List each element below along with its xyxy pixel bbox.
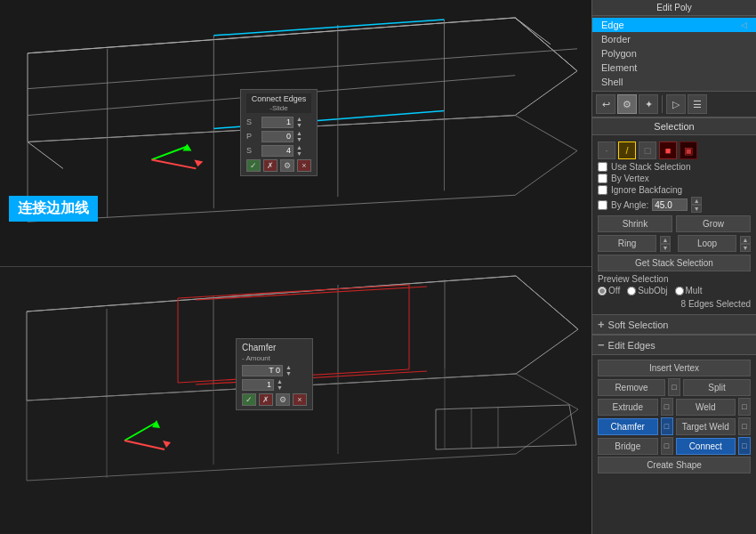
radio-off-label[interactable]: Off	[598, 286, 620, 295]
loop-button[interactable]: Loop	[678, 235, 736, 252]
menu-list: Edge ◁ Border Polygon Element Shell	[592, 16, 756, 92]
edit-edges-content: Insert Vertex Remove □ Split Extrude □ W…	[592, 355, 756, 478]
menu-item-shell[interactable]: Shell	[592, 75, 756, 89]
chamfer-amount-spinner[interactable]: ▲ ▼	[286, 364, 292, 376]
menu-label-border: Border	[601, 34, 631, 44]
by-angle-checkbox[interactable]	[598, 200, 607, 210]
ignore-backfacing-row: Ignore Backfacing	[598, 185, 751, 195]
connect-slide-input[interactable]	[261, 145, 294, 157]
popup-cancel-button[interactable]: ✗	[263, 159, 277, 172]
connect-segments-input[interactable]	[261, 117, 294, 128]
ignore-backfacing-label: Ignore Backfacing	[611, 185, 682, 195]
radio-subobj-label[interactable]: SubObj	[627, 286, 667, 295]
connect-pinch-spinner[interactable]: ▲ ▼	[296, 130, 302, 142]
toolbar-icon-rotate[interactable]: ⚙	[617, 94, 637, 114]
toolbar-icon-menu[interactable]: ☰	[688, 94, 707, 114]
popup-extra-button[interactable]: ⚙	[280, 159, 294, 172]
edit-edges-title: Edit Edges	[608, 340, 655, 351]
grow-button[interactable]: Grow	[676, 215, 751, 232]
chamfer-amount-input[interactable]	[242, 365, 283, 376]
use-stack-row: Use Stack Selection	[598, 162, 751, 172]
edit-edges-collapse-icon: −	[598, 338, 605, 352]
chamfer-input2[interactable]	[242, 379, 274, 391]
radio-mult-label[interactable]: Mult	[675, 286, 703, 295]
ring-button[interactable]: Ring	[598, 235, 656, 252]
chamfer-close-button[interactable]: ×	[293, 393, 307, 406]
popup-chamfer-row2: ▲ ▼	[242, 378, 307, 391]
angle-spinner[interactable]: ▲ ▼	[691, 197, 702, 213]
target-weld-sq-button[interactable]: □	[738, 417, 751, 435]
selection-icons-row: · / □ ■ ▣	[598, 142, 751, 159]
chamfer-spinner2[interactable]: ▲ ▼	[277, 378, 283, 391]
menu-label-shell: Shell	[601, 77, 623, 87]
edit-edges-header[interactable]: − Edit Edges	[592, 335, 756, 355]
toolbar-separator	[662, 95, 663, 113]
popup-top-title: Connect Edges -Slide	[246, 93, 311, 113]
connect-button[interactable]: Connect	[676, 438, 736, 455]
popup-connect-edges: Connect Edges -Slide S ▲ ▼ P ▲	[240, 89, 318, 176]
preview-label: Preview Selection	[598, 274, 751, 284]
extrude-button[interactable]: Extrude	[598, 399, 658, 416]
weld-button[interactable]: Weld	[676, 399, 736, 416]
shrink-grow-row: Shrink Grow	[598, 215, 751, 232]
sel-icon-edge[interactable]: /	[618, 142, 636, 159]
connect-pinch-input[interactable]	[261, 131, 294, 142]
remove-sq-button[interactable]: □	[668, 378, 680, 396]
weld-sq-button[interactable]: □	[738, 398, 751, 416]
connect-slide-spinner[interactable]: ▲ ▼	[296, 144, 302, 157]
insert-vertex-button[interactable]: Insert Vertex	[598, 360, 751, 376]
bridge-button[interactable]: Bridge	[598, 438, 658, 455]
viewport: WWW.3DXY.COM www.missyuan.com	[0, 0, 591, 534]
toolbar-icon-move[interactable]: ↩	[596, 94, 615, 114]
bridge-sq-button[interactable]: □	[661, 437, 673, 455]
target-weld-button[interactable]: Target Weld	[676, 418, 736, 435]
popup-ok-button[interactable]: ✓	[246, 159, 261, 172]
radio-subobj[interactable]	[627, 287, 636, 295]
loop-spinner[interactable]: ▲ ▼	[740, 236, 751, 252]
menu-label-edge: Edge	[601, 20, 624, 30]
menu-item-border[interactable]: Border	[592, 32, 756, 46]
toolbar-icon-play[interactable]: ▷	[666, 94, 686, 114]
connect-segments-spinner[interactable]: ▲ ▼	[296, 116, 302, 128]
menu-item-polygon[interactable]: Polygon	[592, 46, 756, 61]
by-angle-row: By Angle: ▲ ▼	[598, 197, 751, 213]
popup-close-button[interactable]: ×	[297, 159, 311, 172]
section-header-selection[interactable]: Selection	[592, 117, 756, 135]
menu-label-element: Element	[601, 62, 637, 73]
shrink-button[interactable]: Shrink	[598, 215, 672, 232]
chamfer-button[interactable]: Chamfer	[598, 418, 658, 435]
remove-split-row: Remove □ Split	[598, 378, 751, 396]
soft-selection-title: Soft Selection	[608, 320, 669, 330]
sel-icon-border[interactable]: □	[639, 142, 656, 159]
remove-button[interactable]: Remove	[598, 379, 665, 396]
menu-item-element[interactable]: Element	[592, 61, 756, 75]
create-shape-button[interactable]: Create Shape	[598, 457, 751, 473]
chamfer-ok-button[interactable]: ✓	[242, 393, 256, 406]
panel-header: Edit Poly	[592, 0, 756, 16]
connect-sq-button[interactable]: □	[738, 437, 751, 455]
sel-icon-polygon[interactable]: ■	[659, 142, 677, 159]
radio-mult[interactable]	[675, 287, 684, 295]
popup-chamfer: Chamfer - Amount ▲ ▼ ▲ ▼	[236, 338, 313, 410]
radio-off[interactable]	[598, 287, 607, 295]
menu-item-edge[interactable]: Edge ◁	[592, 18, 756, 32]
toolbar-icon-scale[interactable]: ✦	[639, 94, 658, 114]
by-vertex-checkbox[interactable]	[598, 174, 607, 183]
split-button[interactable]: Split	[683, 379, 751, 396]
chamfer-extra-button[interactable]: ⚙	[276, 393, 290, 406]
by-angle-input[interactable]	[652, 198, 688, 211]
sel-icon-vertex[interactable]: ·	[598, 142, 615, 159]
chamfer-cancel-button[interactable]: ✗	[259, 393, 273, 406]
soft-selection-header[interactable]: + Soft Selection	[592, 314, 756, 335]
sel-icon-element[interactable]: ▣	[680, 142, 697, 159]
right-panel: Edit Poly Edge ◁ Border Polygon Element …	[591, 0, 756, 534]
preview-radio-row: Off SubObj Mult	[598, 286, 751, 295]
ignore-backfacing-checkbox[interactable]	[598, 185, 607, 195]
viewport-top: WWW.3DXY.COM www.missyuan.com	[0, 0, 591, 267]
use-stack-checkbox[interactable]	[598, 162, 607, 172]
chamfer-sq-button[interactable]: □	[661, 417, 673, 435]
popup-row-1: S ▲ ▼	[246, 116, 311, 128]
ring-spinner[interactable]: ▲ ▼	[660, 236, 671, 252]
extrude-sq-button[interactable]: □	[661, 398, 673, 416]
get-stack-button[interactable]: Get Stack Selection	[598, 255, 751, 271]
